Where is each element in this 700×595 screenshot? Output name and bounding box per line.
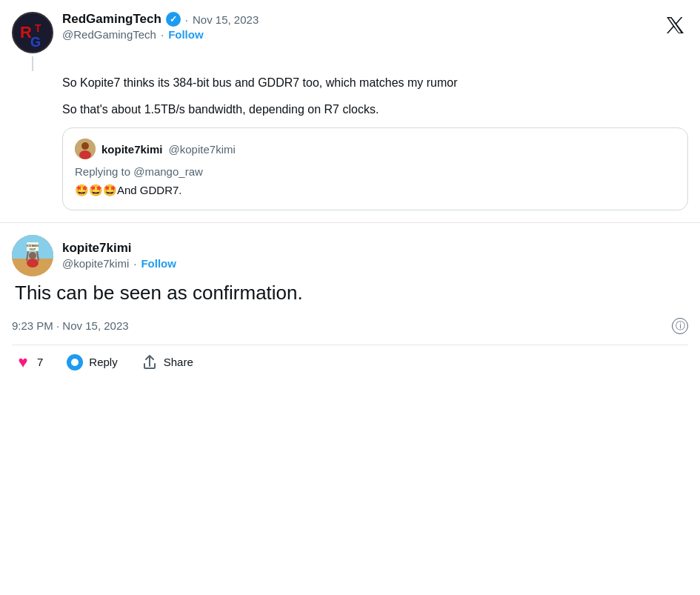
main-tweet-text: This can be seen as confirmation.	[12, 279, 688, 306]
share-label: Share	[164, 356, 193, 368]
svg-text:OUT: OUT	[30, 247, 36, 251]
reply-action[interactable]: Reply	[67, 354, 117, 370]
first-tweet-dot: ·	[161, 28, 164, 41]
quoted-tweet-header: kopite7kimi @kopite7kimi	[75, 139, 676, 159]
quoted-replying-to: Replying to @mango_raw	[75, 165, 676, 178]
svg-text:T: T	[35, 22, 41, 34]
svg-text:G: G	[30, 35, 41, 50]
first-tweet-text-2: So that's about 1.5TB/s bandwidth, depen…	[62, 101, 688, 119]
first-tweet-follow-button[interactable]: Follow	[168, 28, 204, 41]
quoted-tweet[interactable]: kopite7kimi @kopite7kimi Replying to @ma…	[62, 127, 688, 210]
tweet-meta: 9:23 PM · Nov 15, 2023 ⓘ	[12, 318, 688, 345]
first-tweet-header: R G T RedGamingTech · Nov 15, 2023 @RedG…	[12, 12, 688, 53]
second-tweet-dot: ·	[133, 257, 136, 270]
kopite-avatar-small	[75, 139, 96, 159]
share-action[interactable]: Share	[141, 354, 193, 370]
reply-label: Reply	[89, 356, 117, 368]
kopite-avatar-large[interactable]: ICEMAN OUT	[12, 235, 53, 276]
second-tweet-handle-row: @kopite7kimi · Follow	[62, 257, 176, 270]
connecting-line	[32, 56, 33, 71]
first-tweet: R G T RedGamingTech · Nov 15, 2023 @RedG…	[0, 0, 700, 223]
info-icon[interactable]: ⓘ	[672, 318, 688, 334]
svg-point-6	[79, 150, 91, 159]
verified-icon	[166, 12, 181, 27]
first-tweet-display-name[interactable]: RedGamingTech	[62, 12, 161, 27]
heart-count: 7	[37, 356, 43, 368]
heart-action[interactable]: ♥ 7	[15, 354, 43, 370]
second-tweet-handle[interactable]: @kopite7kimi	[62, 257, 129, 270]
quoted-handle: @kopite7kimi	[169, 143, 236, 156]
second-tweet: ICEMAN OUT kopite7kimi @kopite7kimi · Fo…	[0, 223, 700, 379]
x-logo[interactable]	[661, 12, 688, 39]
second-tweet-user-info: kopite7kimi @kopite7kimi · Follow	[62, 241, 176, 270]
first-tweet-date: Nov 15, 2023	[193, 13, 259, 26]
redgaming-avatar[interactable]: R G T	[12, 12, 53, 53]
first-tweet-name-row: RedGamingTech · Nov 15, 2023	[62, 12, 259, 27]
second-tweet-name-row: kopite7kimi	[62, 241, 176, 256]
svg-point-18	[71, 359, 79, 366]
first-tweet-handle-row: @RedGamingTech · Follow	[62, 28, 259, 41]
first-tweet-text-1: So Kopite7 thinks its 384-bit bus and GD…	[62, 74, 688, 92]
first-tweet-separator: ·	[185, 13, 188, 26]
quoted-text: 🤩🤩🤩And GDDR7.	[75, 182, 676, 199]
first-tweet-header-left: R G T RedGamingTech · Nov 15, 2023 @RedG…	[12, 12, 259, 53]
first-tweet-user-info: RedGamingTech · Nov 15, 2023 @RedGamingT…	[62, 12, 259, 41]
quoted-display-name[interactable]: kopite7kimi	[101, 143, 163, 156]
reply-icon	[67, 354, 83, 370]
action-bar: ♥ 7 Reply Share	[12, 345, 688, 379]
svg-point-13	[27, 259, 39, 267]
first-tweet-body: So Kopite7 thinks its 384-bit bus and GD…	[12, 74, 688, 210]
svg-point-5	[81, 142, 89, 150]
tweet-time-date: 9:23 PM · Nov 15, 2023	[12, 319, 129, 332]
first-tweet-handle[interactable]: @RedGamingTech	[62, 28, 156, 41]
share-icon	[141, 354, 158, 370]
second-tweet-display-name[interactable]: kopite7kimi	[62, 241, 132, 256]
svg-point-14	[29, 252, 36, 259]
second-tweet-follow-button[interactable]: Follow	[141, 257, 176, 270]
heart-icon: ♥	[15, 354, 31, 370]
second-tweet-header: ICEMAN OUT kopite7kimi @kopite7kimi · Fo…	[12, 235, 688, 276]
